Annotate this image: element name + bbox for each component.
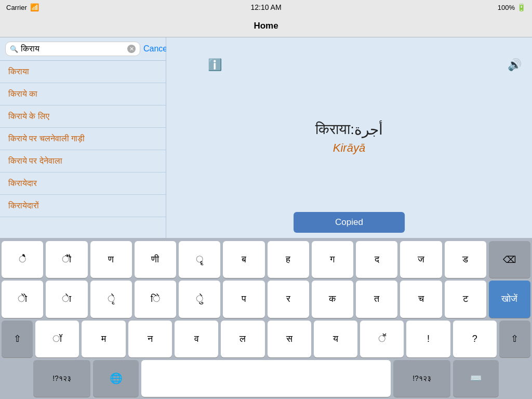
dismiss-key[interactable]: ⌨️: [453, 360, 499, 397]
keyboard-row-2: ेो ेा ेृ ेि ेु प र क त च ट खोजें: [2, 281, 530, 317]
content-area: 🔍 ✕ Cancel किरायाकिराये काकिराये के लिएक…: [0, 37, 532, 238]
key-nii[interactable]: णी: [135, 241, 176, 278]
left-panel: 🔍 ✕ Cancel किरायाकिराये काकिराये के लिएक…: [0, 37, 166, 238]
suggestion-item[interactable]: किराये पर देनेवाला: [0, 150, 166, 172]
keyboard: ैे ैौ ण णी ॄ ब ह ग द ज ड ⌫ ेो ेा ेृ ेि े…: [0, 238, 532, 399]
key-eo[interactable]: ेो: [2, 281, 43, 317]
status-left: Carrier 📶: [6, 3, 39, 11]
cancel-button[interactable]: Cancel: [143, 44, 169, 54]
key-ha[interactable]: ह: [268, 241, 309, 278]
arabic-word: أجرة: [354, 121, 383, 138]
keyboard-row-3: ⇧ ॉ म न व ल स य ॕ ! ? ⇧: [2, 321, 530, 357]
key-la[interactable]: ल: [221, 321, 264, 357]
key-ma[interactable]: म: [82, 321, 125, 357]
space-key[interactable]: [141, 360, 391, 397]
key-sa[interactable]: स: [268, 321, 311, 357]
suggestion-item[interactable]: किरायेदार: [0, 172, 166, 195]
key-vai[interactable]: ैे: [2, 241, 43, 278]
wifi-icon: 📶: [30, 3, 39, 11]
key-dot[interactable]: ॕ: [360, 321, 404, 357]
key-dda[interactable]: ड: [445, 241, 486, 278]
key-ya[interactable]: य: [314, 321, 357, 357]
search-bar: 🔍 ✕ Cancel: [0, 37, 166, 61]
shift-left-key[interactable]: ⇧: [2, 321, 33, 357]
key-rii[interactable]: ॄ: [179, 241, 220, 278]
status-bar: Carrier 📶 12:10 AM 100% 🔋: [0, 0, 532, 15]
suggestion-item[interactable]: किराये के लिए: [0, 105, 166, 128]
separator: :: [350, 122, 354, 138]
key-ei[interactable]: ेि: [135, 281, 176, 317]
numpad-right-key[interactable]: !?१२३: [393, 360, 450, 397]
search-input-wrapper[interactable]: 🔍 ✕: [5, 42, 140, 56]
keyboard-row-1: ैे ैौ ण णी ॄ ब ह ग द ज ड ⌫: [2, 241, 530, 278]
roman-word: Kirāyā: [315, 141, 382, 155]
suggestion-item[interactable]: किराये का: [0, 83, 166, 105]
key-ea[interactable]: ेा: [46, 281, 87, 317]
key-da[interactable]: द: [356, 241, 397, 278]
search-key[interactable]: खोजें: [489, 281, 530, 317]
suggestions-list: किरायाकिराये काकिराये के लिएकिराये पर चल…: [0, 61, 166, 238]
key-o-candra[interactable]: ॉ: [35, 321, 79, 357]
key-va[interactable]: व: [175, 321, 218, 357]
search-icon: 🔍: [10, 45, 18, 53]
key-na[interactable]: ण: [90, 241, 132, 278]
numpad-left-key[interactable]: !?१२३: [33, 360, 90, 397]
nav-bar: Home: [0, 15, 532, 37]
key-ka[interactable]: क: [312, 281, 353, 317]
globe-key[interactable]: 🌐: [93, 360, 139, 397]
battery-label: 100%: [498, 4, 515, 11]
suggestion-item[interactable]: किराया: [0, 61, 166, 83]
suggestion-item[interactable]: किरायेदारों: [0, 195, 166, 217]
key-eu[interactable]: ेु: [179, 281, 220, 317]
key-question[interactable]: ?: [453, 321, 497, 357]
key-ja[interactable]: ज: [400, 241, 442, 278]
key-cha[interactable]: च: [400, 281, 442, 317]
word-display: किराया : أجرة Kirāyā: [315, 121, 382, 155]
key-na2[interactable]: न: [128, 321, 172, 357]
nav-title: Home: [254, 21, 278, 31]
status-time: 12:10 AM: [250, 3, 281, 11]
carrier-label: Carrier: [6, 4, 27, 11]
info-icon[interactable]: ℹ️: [208, 58, 222, 72]
copied-button[interactable]: Copied: [294, 212, 405, 233]
hindi-word: किराया: [315, 121, 350, 138]
key-vau[interactable]: ैौ: [46, 241, 87, 278]
key-tta[interactable]: ट: [445, 281, 486, 317]
key-pa[interactable]: प: [223, 281, 264, 317]
battery-icon: 🔋: [517, 3, 526, 11]
key-ga[interactable]: ग: [312, 241, 353, 278]
right-panel: ℹ️ 🔊 किराया : أجرة Kirāyā Copied: [166, 37, 532, 238]
delete-key[interactable]: ⌫: [489, 241, 530, 278]
key-er[interactable]: ेृ: [90, 281, 132, 317]
status-right: 100% 🔋: [498, 3, 526, 11]
sound-icon[interactable]: 🔊: [508, 58, 522, 72]
keyboard-row-4: !?१२३ 🌐 !?१२३ ⌨️: [2, 360, 530, 397]
suggestion-item[interactable]: किराये पर चलनेवाली गाड़ी: [0, 128, 166, 150]
key-exclaim[interactable]: !: [406, 321, 450, 357]
key-ta[interactable]: त: [356, 281, 397, 317]
shift-right-key[interactable]: ⇧: [499, 321, 530, 357]
word-hindi-arabic: किराया : أجرة: [315, 121, 382, 138]
key-ra[interactable]: र: [268, 281, 309, 317]
key-ba[interactable]: ब: [223, 241, 264, 278]
clear-button[interactable]: ✕: [127, 45, 136, 53]
search-input[interactable]: [21, 44, 125, 54]
